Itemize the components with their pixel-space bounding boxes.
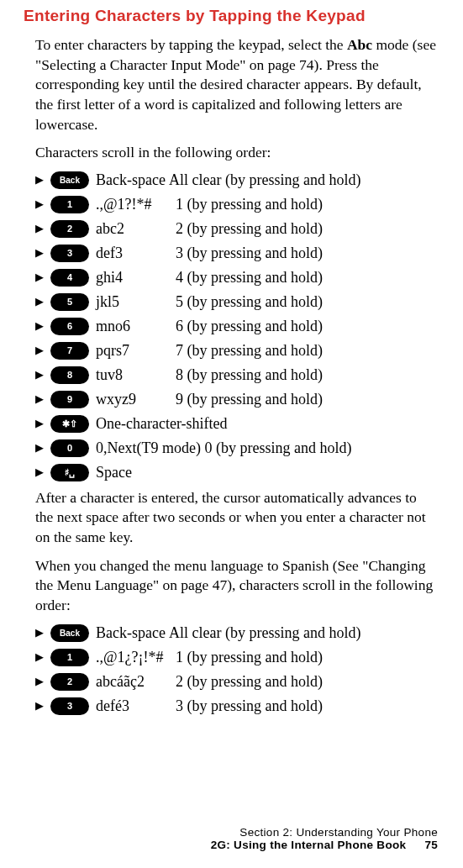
desc-6: 6 (by pressing and hold) — [176, 318, 438, 335]
list-marker-icon: ▶ — [35, 271, 45, 284]
list-marker-icon: ▶ — [35, 675, 45, 688]
desc-back-es: All clear (by pressing and hold) — [169, 624, 438, 642]
intro-pre: To enter characters by tapping the keypa… — [35, 36, 347, 53]
chars-1-es: .,@1¿?¡!*# — [96, 649, 176, 666]
list-marker-icon: ▶ — [35, 344, 45, 357]
keycap-1-icon: 1 — [50, 649, 89, 666]
key-item-2-es: ▶ 2 abcáãç2 2 (by pressing and hold) — [35, 673, 438, 691]
desc-7: 7 (by pressing and hold) — [176, 342, 438, 360]
footer-subsection: 2G: Using the Internal Phone Book 75 — [211, 839, 438, 851]
chars-back-es: Back-space — [96, 624, 166, 642]
list-marker-icon: ▶ — [35, 295, 45, 308]
keycap-7-icon: 7 — [50, 342, 89, 360]
key-item-pound: ▶ ♯␣ Space — [35, 464, 438, 481]
key-item-back: ▶ Back Back-space All clear (by pressing… — [35, 171, 438, 189]
key-list-spanish: ▶ Back Back-space All clear (by pressing… — [35, 624, 438, 715]
list-marker-icon: ▶ — [35, 466, 45, 479]
key-item-7: ▶ 7 pqrs7 7 (by pressing and hold) — [35, 342, 438, 360]
key-item-9: ▶ 9 wxyz9 9 (by pressing and hold) — [35, 391, 438, 408]
keycap-6-icon: 6 — [50, 318, 89, 335]
chars-9: wxyz9 — [96, 391, 176, 408]
footer-subsection-text: 2G: Using the Internal Phone Book — [211, 839, 407, 851]
keycap-8-icon: 8 — [50, 366, 89, 384]
chars-2: abc2 — [96, 220, 176, 238]
list-marker-icon: ▶ — [35, 699, 45, 713]
desc-2-es: 2 (by pressing and hold) — [176, 673, 438, 691]
desc-back: All clear (by pressing and hold) — [169, 171, 438, 189]
chars-0: 0,Next(T9 mode) 0 (by pressing and hold) — [96, 439, 438, 457]
section-heading: Entering Characters by Tapping the Keypa… — [24, 7, 438, 25]
spanish-paragraph: When you changed the menu language to Sp… — [35, 556, 438, 616]
key-item-0: ▶ 0 0,Next(T9 mode) 0 (by pressing and h… — [35, 439, 438, 457]
chars-8: tuv8 — [96, 366, 176, 384]
desc-5: 5 (by pressing and hold) — [176, 293, 438, 311]
intro-paragraph: To enter characters by tapping the keypa… — [35, 35, 438, 134]
keycap-3-icon: 3 — [50, 697, 89, 715]
chars-1: .,@1?!*# — [96, 196, 176, 213]
desc-4: 4 (by pressing and hold) — [176, 269, 438, 287]
list-marker-icon: ▶ — [35, 246, 45, 260]
intro-bold: Abc — [347, 36, 372, 53]
chars-3: def3 — [96, 245, 176, 262]
chars-3-es: defé3 — [96, 697, 176, 715]
key-item-back-es: ▶ Back Back-space All clear (by pressing… — [35, 624, 438, 642]
key-item-1-es: ▶ 1 .,@1¿?¡!*# 1 (by pressing and hold) — [35, 649, 438, 666]
keycap-1-icon: 1 — [50, 196, 89, 213]
after-character-paragraph: After a character is entered, the cursor… — [35, 488, 438, 548]
chars-7: pqrs7 — [96, 342, 176, 360]
key-item-5: ▶ 5 jkl5 5 (by pressing and hold) — [35, 293, 438, 311]
list-marker-icon: ▶ — [35, 626, 45, 639]
footer-section: Section 2: Understanding Your Phone — [211, 826, 438, 839]
key-item-4: ▶ 4 ghi4 4 (by pressing and hold) — [35, 269, 438, 287]
list-marker-icon: ▶ — [35, 392, 45, 406]
keycap-9-icon: 9 — [50, 391, 89, 408]
page-number: 75 — [424, 839, 438, 851]
keycap-2-icon: 2 — [50, 220, 89, 238]
list-marker-icon: ▶ — [35, 319, 45, 333]
desc-3: 3 (by pressing and hold) — [176, 245, 438, 262]
key-item-8: ▶ 8 tuv8 8 (by pressing and hold) — [35, 366, 438, 384]
key-item-6: ▶ 6 mno6 6 (by pressing and hold) — [35, 318, 438, 335]
list-marker-icon: ▶ — [35, 417, 45, 430]
chars-4: ghi4 — [96, 269, 176, 287]
keycap-back-icon: Back — [50, 624, 89, 642]
keycap-3-icon: 3 — [50, 245, 89, 262]
key-list-english: ▶ Back Back-space All clear (by pressing… — [35, 171, 438, 481]
key-item-3-es: ▶ 3 defé3 3 (by pressing and hold) — [35, 697, 438, 715]
desc-8: 8 (by pressing and hold) — [176, 366, 438, 384]
chars-5: jkl5 — [96, 293, 176, 311]
list-marker-icon: ▶ — [35, 368, 45, 381]
key-item-3: ▶ 3 def3 3 (by pressing and hold) — [35, 245, 438, 262]
desc-1-es: 1 (by pressing and hold) — [176, 649, 438, 666]
key-item-star: ▶ ✱⇧ One-character-shifted — [35, 415, 438, 433]
chars-2-es: abcáãç2 — [96, 673, 176, 691]
keycap-4-icon: 4 — [50, 269, 89, 287]
list-marker-icon: ▶ — [35, 197, 45, 211]
chars-6: mno6 — [96, 318, 176, 335]
chars-back: Back-space — [96, 171, 166, 189]
key-item-1: ▶ 1 .,@1?!*# 1 (by pressing and hold) — [35, 196, 438, 213]
chars-star: One-character-shifted — [96, 415, 438, 433]
scroll-order-paragraph: Characters scroll in the following order… — [35, 143, 438, 163]
desc-1: 1 (by pressing and hold) — [176, 196, 438, 213]
desc-2: 2 (by pressing and hold) — [176, 220, 438, 238]
key-item-2: ▶ 2 abc2 2 (by pressing and hold) — [35, 220, 438, 238]
keycap-2-icon: 2 — [50, 673, 89, 691]
list-marker-icon: ▶ — [35, 222, 45, 235]
list-marker-icon: ▶ — [35, 650, 45, 664]
chars-pound: Space — [96, 464, 438, 481]
desc-3-es: 3 (by pressing and hold) — [176, 697, 438, 715]
list-marker-icon: ▶ — [35, 441, 45, 455]
desc-9: 9 (by pressing and hold) — [176, 391, 438, 408]
keycap-5-icon: 5 — [50, 293, 89, 311]
list-marker-icon: ▶ — [35, 173, 45, 187]
page-footer: Section 2: Understanding Your Phone 2G: … — [211, 826, 438, 851]
keycap-star-icon: ✱⇧ — [50, 415, 89, 433]
keycap-pound-icon: ♯␣ — [50, 464, 89, 481]
keycap-0-icon: 0 — [50, 439, 89, 457]
keycap-back-icon: Back — [50, 171, 89, 189]
